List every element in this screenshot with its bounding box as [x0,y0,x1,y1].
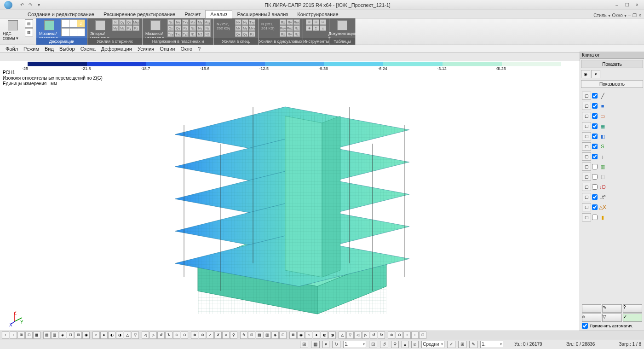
panel-row-checkbox[interactable] [592,93,598,99]
toolbar-button[interactable]: ▦ [33,332,40,339]
toolbar-button[interactable]: ▫ [2,332,9,339]
toolbar-button[interactable]: ✓ [207,332,214,339]
toolbar-button[interactable]: ⊕ [173,332,180,339]
mini[interactable]: Mкр [133,19,139,25]
mosaic-iso-button[interactable]: Мозаика/ изополя ▾ [39,19,59,41]
def-uz[interactable]: Uz [77,28,85,36]
mini[interactable]: Ry [126,25,132,31]
toolbar-button[interactable]: ⊖ [181,332,188,339]
menu-deform[interactable]: Деформации [98,46,135,52]
toolbar-button[interactable]: ✎ [240,332,247,339]
toolbar-button[interactable]: ⊠ [75,332,82,339]
st-btn[interactable]: ▴ [402,341,408,348]
mini[interactable]: Nx [190,25,196,31]
panel-foot-btn[interactable]: ▽ [602,314,621,322]
toolbar-button[interactable]: ◉ [82,332,90,339]
toolbar-button[interactable]: ▷ [362,332,369,339]
st-btn[interactable]: ⎚ [411,341,419,348]
toolbar-button[interactable]: ● [100,332,108,339]
toolbar-button[interactable]: ⊡ [279,332,287,339]
toolbar-button[interactable]: ↺ [157,332,165,339]
panel-row-icon[interactable]: ▢ [582,112,591,120]
mini[interactable]: Txz [175,31,181,37]
mini[interactable]: Rx [280,31,286,37]
mini[interactable]: Ny [197,25,203,31]
def-y[interactable]: Y [69,19,77,28]
menu-help[interactable]: ? [195,46,203,52]
redo-button[interactable]: ↷ [27,1,34,9]
window-menu[interactable]: Окно ▾ [612,13,627,18]
toolbar-button[interactable]: ⊠ [289,332,297,339]
panel-row-icon[interactable]: ▢ [582,92,591,100]
mini[interactable]: Txy [249,19,255,25]
toolbar-button[interactable]: ⊞ [419,332,426,339]
toolbar-button[interactable]: ◦ [10,332,17,339]
panel-row-checkbox[interactable] [592,154,598,159]
tab-analysis[interactable]: Анализ [205,10,232,18]
qat-more-button[interactable]: ▾ [35,1,42,9]
doc-close-button[interactable]: × [638,13,641,18]
panel-row-checkbox[interactable] [592,103,598,109]
st-btn[interactable]: ⚲ [391,341,399,348]
style-menu[interactable]: Стиль ▾ [593,13,610,18]
mini[interactable]: N3 [204,31,211,37]
mini[interactable]: N2 [197,31,203,37]
panel-row-checkbox[interactable] [592,134,598,139]
mini[interactable]: Rz [293,31,300,37]
mini[interactable]: Mx [190,19,196,25]
combo-2[interactable]: Средни [421,341,444,348]
tool-btn[interactable]: ◈ [306,25,312,31]
menu-options[interactable]: Опции [157,46,178,52]
tab-create-edit[interactable]: Создание и редактирование [23,11,99,18]
panel-foot-btn[interactable]: ? [623,304,642,313]
toolbar-button[interactable]: ● [313,332,320,339]
toolbar-button[interactable]: ⊞ [17,332,25,339]
mini[interactable]: Qz [126,19,132,25]
combo-3[interactable]: 1. [480,341,503,348]
st-btn[interactable]: ✓ [447,341,455,348]
toolbar-button[interactable]: ⊘ [199,332,206,339]
tool-btn[interactable]: ⊟ [313,19,319,25]
mini[interactable]: Txy [182,19,189,25]
panel-row-checkbox[interactable] [592,204,598,210]
mini[interactable]: My [197,19,203,25]
panel-row-checkbox[interactable] [592,123,598,129]
mini[interactable]: Qx [167,25,174,31]
panel-row-icon[interactable]: ▢ [582,163,591,171]
mosaic-iso-plates-button[interactable]: Мозаика/ изополя ▾ [145,19,166,41]
mini[interactable]: My [242,25,248,31]
toolbar-button[interactable]: △ [124,332,131,339]
toolbar-button[interactable]: ⊖ [396,332,403,339]
mini[interactable]: Mxy [204,19,211,25]
toolbar-button[interactable]: ⊟ [25,332,33,339]
toolbar-button[interactable]: ◈ [59,332,66,339]
st-btn[interactable]: ⊞ [300,341,308,348]
mini[interactable]: Nz [204,25,211,31]
toolbar-button[interactable]: ◁ [354,332,362,339]
toolbar-button[interactable]: ○ [92,332,100,339]
panel-row-checkbox[interactable] [592,164,598,169]
toolbar-button[interactable]: ↻ [165,332,172,339]
def-z[interactable]: Z [77,19,85,28]
mini[interactable]: Mz [119,25,126,31]
combo-1[interactable]: 1. [343,341,366,348]
mini[interactable]: My [112,25,119,31]
panel-row-icon[interactable]: ▢ [582,173,591,181]
panel-row-checkbox[interactable] [592,144,598,149]
st-btn[interactable]: ⊡ [369,341,377,348]
toolbar-button[interactable]: ◦ [411,332,419,339]
mini[interactable]: Ny [242,19,248,25]
mini[interactable]: Mx [235,25,242,31]
panel-row-checkbox[interactable] [592,184,598,190]
nds-schemes-button[interactable]: НДС схемы ▾ [3,19,23,41]
mini[interactable]: Rz [293,25,300,31]
toolbar-button[interactable]: ◑ [116,332,123,339]
toolbar-button[interactable]: ○ [305,332,312,339]
mini[interactable]: Rux [293,19,300,25]
tab-calc[interactable]: Расчет [180,11,205,18]
mini[interactable]: Ry [287,31,293,37]
menu-view[interactable]: Вид [42,46,57,52]
panel-row-icon[interactable]: ▢ [582,213,591,221]
maximize-button[interactable]: ❐ [623,2,631,8]
epure-mosaic-button[interactable]: Эпюры/ мозаика ▾ [90,19,110,41]
